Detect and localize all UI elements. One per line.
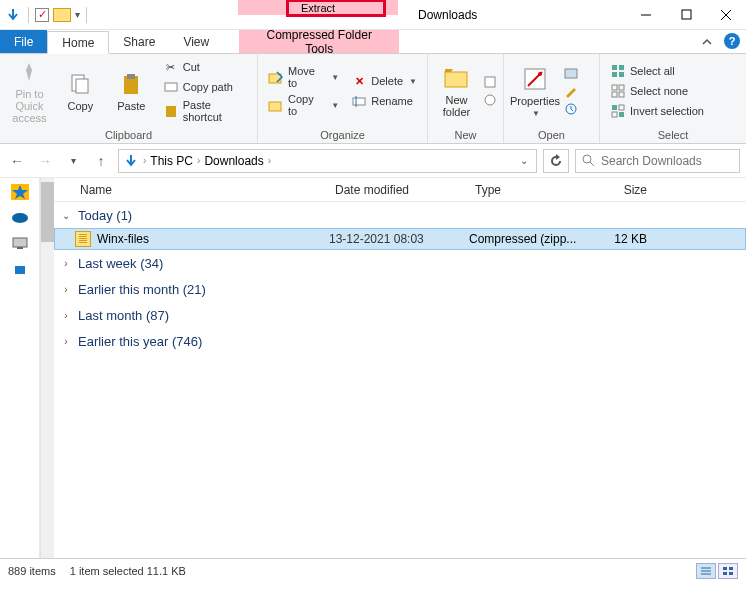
- zip-file-icon: [75, 231, 91, 247]
- paste-icon: [117, 70, 145, 98]
- breadcrumb-downloads[interactable]: Downloads: [204, 154, 263, 168]
- paste-button[interactable]: Paste: [108, 70, 155, 112]
- down-arrow-icon[interactable]: [4, 6, 22, 24]
- window-controls: [626, 0, 746, 29]
- context-tab-extract[interactable]: Extract: [238, 0, 398, 15]
- group-earlier-this-year[interactable]: › Earlier this year (746): [54, 328, 746, 354]
- tab-file[interactable]: File: [0, 30, 47, 53]
- file-row[interactable]: Winx-files 13-12-2021 08:03 Compressed (…: [54, 228, 746, 250]
- collapse-ribbon-icon[interactable]: [694, 30, 720, 53]
- paste-shortcut-icon: [163, 103, 179, 119]
- maximize-button[interactable]: [666, 0, 706, 29]
- group-label: Last month (87): [78, 308, 169, 323]
- group-label: Last week (34): [78, 256, 163, 271]
- help-icon[interactable]: ?: [724, 33, 740, 49]
- group-label: Organize: [258, 128, 427, 143]
- group-today[interactable]: ⌄ Today (1): [54, 202, 746, 228]
- onedrive-icon[interactable]: [11, 210, 29, 226]
- svg-rect-20: [619, 65, 624, 70]
- group-last-month[interactable]: › Last month (87): [54, 302, 746, 328]
- tab-share[interactable]: Share: [109, 30, 169, 53]
- column-size[interactable]: Size: [585, 183, 655, 197]
- pin-to-quick-access-button[interactable]: Pin to Quick access: [6, 58, 53, 124]
- copy-to-button[interactable]: Copy to▼: [264, 92, 343, 118]
- svg-rect-43: [729, 572, 733, 575]
- tab-home[interactable]: Home: [47, 31, 109, 54]
- svg-rect-13: [485, 77, 495, 87]
- new-item-icon[interactable]: [483, 75, 497, 89]
- nav-scrollbar[interactable]: [40, 178, 54, 558]
- select-none-button[interactable]: Select none: [606, 82, 708, 100]
- properties-checkbox-icon[interactable]: ✓: [35, 8, 49, 22]
- label: Cut: [183, 61, 200, 73]
- new-folder-button[interactable]: New folder: [434, 64, 479, 118]
- svg-rect-7: [166, 106, 176, 117]
- label: Properties: [510, 95, 560, 107]
- address-bar[interactable]: › This PC › Downloads › ⌄: [118, 149, 537, 173]
- open-icon[interactable]: [564, 66, 578, 80]
- group-last-week[interactable]: › Last week (34): [54, 250, 746, 276]
- forward-button[interactable]: →: [34, 150, 56, 172]
- ribbon-group-new: New folder New: [428, 54, 504, 143]
- chevron-right-icon[interactable]: ›: [197, 155, 200, 166]
- this-pc-icon[interactable]: [11, 236, 29, 252]
- down-arrow-icon: [123, 153, 139, 169]
- select-all-icon: [610, 63, 626, 79]
- group-label: Select: [600, 128, 746, 143]
- copy-path-button[interactable]: Copy path: [159, 78, 251, 96]
- search-box[interactable]: [575, 149, 740, 173]
- scissors-icon: ✂: [163, 59, 179, 75]
- ribbon-group-organize: Move to▼ Copy to▼ ✕ Delete▼: [258, 54, 428, 143]
- navigation-pane[interactable]: [0, 178, 40, 558]
- refresh-button[interactable]: [543, 149, 569, 173]
- ribbon-group-select: Select all Select none Invert selection …: [600, 54, 746, 143]
- delete-button[interactable]: ✕ Delete▼: [347, 72, 421, 90]
- properties-button[interactable]: Properties ▼: [510, 65, 560, 118]
- breadcrumb-this-pc[interactable]: This PC: [150, 154, 193, 168]
- status-bar: 889 items 1 item selected 11.1 KB: [0, 558, 746, 582]
- chevron-right-icon[interactable]: ›: [268, 155, 271, 166]
- easy-access-icon[interactable]: [483, 93, 497, 107]
- svg-rect-23: [612, 85, 617, 90]
- close-button[interactable]: [706, 0, 746, 29]
- up-button[interactable]: ↑: [90, 150, 112, 172]
- details-view-button[interactable]: [696, 563, 716, 579]
- minimize-button[interactable]: [626, 0, 666, 29]
- label: Invert selection: [630, 105, 704, 117]
- paste-shortcut-button[interactable]: Paste shortcut: [159, 98, 251, 124]
- svg-rect-22: [619, 72, 624, 77]
- svg-rect-19: [612, 65, 617, 70]
- copy-button[interactable]: Copy: [57, 70, 104, 112]
- svg-rect-42: [723, 572, 727, 575]
- edit-icon[interactable]: [564, 84, 578, 98]
- address-dropdown-icon[interactable]: ⌄: [516, 155, 532, 166]
- group-earlier-this-month[interactable]: › Earlier this month (21): [54, 276, 746, 302]
- chevron-right-icon[interactable]: ›: [143, 155, 146, 166]
- recent-locations-button[interactable]: ▾: [62, 150, 84, 172]
- ribbon-group-open: Properties ▼ Open: [504, 54, 600, 143]
- tab-view[interactable]: View: [169, 30, 223, 53]
- invert-selection-button[interactable]: Invert selection: [606, 102, 708, 120]
- quick-access-icon[interactable]: [11, 184, 29, 200]
- search-input[interactable]: [601, 154, 746, 168]
- new-folder-icon: [443, 64, 471, 92]
- cut-button[interactable]: ✂ Cut: [159, 58, 251, 76]
- column-name[interactable]: Name: [72, 183, 327, 197]
- column-date[interactable]: Date modified: [327, 183, 467, 197]
- rename-button[interactable]: Rename: [347, 92, 421, 110]
- large-icons-view-button[interactable]: [718, 563, 738, 579]
- folder-icon[interactable]: [53, 8, 71, 22]
- tab-compressed-tools[interactable]: Compressed Folder Tools: [239, 30, 399, 53]
- svg-rect-26: [619, 92, 624, 97]
- rename-icon: [351, 93, 367, 109]
- network-icon[interactable]: [11, 262, 29, 278]
- column-type[interactable]: Type: [467, 183, 585, 197]
- chevron-down-icon: ⌄: [60, 210, 72, 221]
- back-button[interactable]: ←: [6, 150, 28, 172]
- history-icon[interactable]: [564, 102, 578, 116]
- move-to-button[interactable]: Move to▼: [264, 64, 343, 90]
- qat-dropdown-icon[interactable]: ▾: [75, 9, 80, 20]
- select-all-button[interactable]: Select all: [606, 62, 708, 80]
- group-label: Earlier this month (21): [78, 282, 206, 297]
- scrollbar-thumb[interactable]: [41, 182, 54, 242]
